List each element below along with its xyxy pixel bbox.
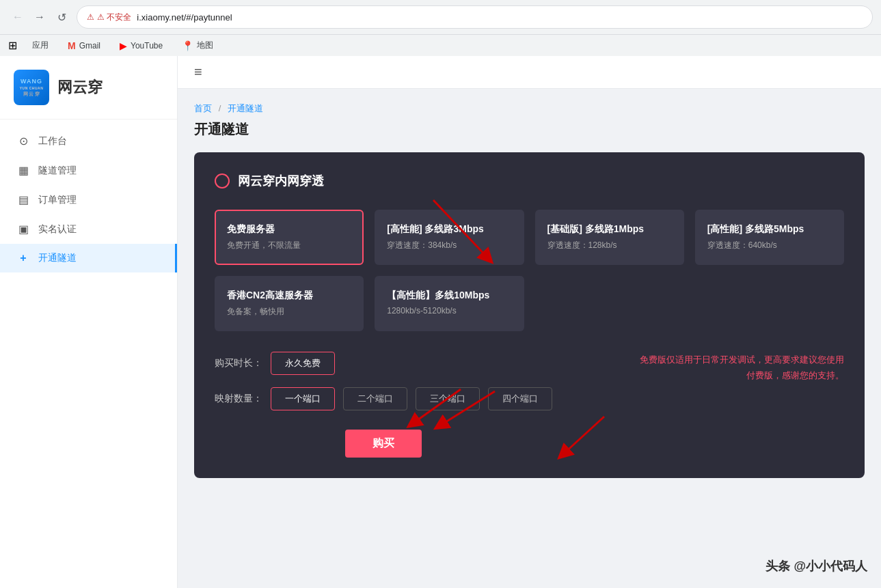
- back-button[interactable]: ←: [8, 8, 27, 27]
- order-manage-icon: ▤: [16, 193, 30, 206]
- card-10mbps-desc: 1280kb/s-5120kb/s: [387, 306, 511, 316]
- bookmark-apps[interactable]: 应用: [28, 38, 53, 53]
- port-one-btn[interactable]: 一个端口: [271, 387, 335, 410]
- refresh-button[interactable]: ↺: [52, 8, 71, 27]
- breadcrumb-current: 开通隧道: [228, 103, 263, 113]
- url-text: i.xiaomy.net/#/paytunnel: [137, 12, 232, 23]
- content-body: 首页 / 开通隧道 开通隧道 网云穿内网穿透 免费服务器 免费开通，不限流量: [178, 89, 881, 492]
- note-text: 免费版仅适用于日常开发调试，更高要求建议您使用付费版，感谢您的支持。: [639, 352, 844, 384]
- watermark: 头条 @小小代码人: [765, 558, 867, 574]
- sidebar-item-order-manage[interactable]: ▤ 订单管理: [0, 185, 177, 214]
- duration-forever-btn[interactable]: 永久免费: [271, 352, 335, 375]
- logo-icon: WANG YUN CHUAN 网 云 穿: [14, 70, 49, 105]
- card-free-desc: 免费开通，不限流量: [227, 240, 351, 251]
- realname-label: 实名认证: [38, 223, 77, 236]
- bookmark-maps[interactable]: 📍 地图: [178, 38, 217, 53]
- port-label: 映射数量：: [215, 393, 262, 405]
- buy-row: 购买: [215, 423, 552, 458]
- sidebar-nav: ⊙ 工作台 ▦ 隧道管理 ▤ 订单管理 ▣ 实名认证 + 开通隧道: [0, 120, 177, 279]
- security-warning: ⚠ ⚠ 不安全: [87, 12, 131, 23]
- warning-icon: ⚠: [87, 12, 94, 22]
- maps-label: 地图: [197, 40, 213, 51]
- server-cards-row2: 香港CN2高速服务器 免备案，畅快用 【高性能】多线10Mbps 1280kb/…: [215, 276, 844, 331]
- duration-label: 购买时长：: [215, 357, 262, 369]
- purchase-left: 购买时长： 永久免费 映射数量： 一个端口 二个端口 三个端口 四个端口 购买: [215, 352, 552, 458]
- menu-toggle-icon[interactable]: ≡: [194, 64, 202, 80]
- purchase-area: 购买时长： 永久免费 映射数量： 一个端口 二个端口 三个端口 四个端口 购买: [215, 352, 844, 458]
- server-card-1mbps[interactable]: [基础版] 多线路1Mbps 穿透速度：128kb/s: [535, 210, 684, 265]
- nav-buttons: ← → ↺: [8, 8, 71, 27]
- bookmark-youtube[interactable]: ▶ YouTube: [116, 39, 167, 53]
- card-free-title: 免费服务器: [227, 223, 351, 236]
- card-3mbps-desc: 穿透速度：384kb/s: [387, 240, 511, 251]
- sidebar-item-open-tunnel[interactable]: + 开通隧道: [0, 244, 177, 272]
- youtube-label: YouTube: [131, 41, 163, 51]
- tunnel-manage-label: 隧道管理: [38, 165, 77, 177]
- browser-toolbar: ← → ↺ ⚠ ⚠ 不安全 i.xiaomy.net/#/paytunnel: [0, 0, 881, 34]
- card-1mbps-title: [基础版] 多线路1Mbps: [547, 223, 672, 236]
- server-card-3mbps[interactable]: [高性能] 多线路3Mbps 穿透速度：384kb/s: [375, 210, 524, 265]
- apps-icon[interactable]: ⊞: [8, 39, 17, 52]
- site-name: 网云穿: [57, 77, 103, 98]
- server-cards-row1: 免费服务器 免费开通，不限流量 [高性能] 多线路3Mbps 穿透速度：384k…: [215, 210, 844, 265]
- logo-line3: 网 云 穿: [23, 91, 40, 97]
- page-title: 开通隧道: [194, 120, 865, 139]
- sidebar-item-realname[interactable]: ▣ 实名认证: [0, 214, 177, 244]
- gmail-icon: M: [68, 40, 76, 51]
- buy-button[interactable]: 购买: [345, 430, 422, 458]
- dark-panel: 网云穿内网穿透 免费服务器 免费开通，不限流量 [高性能] 多线路3Mbps 穿…: [194, 152, 865, 478]
- port-three-btn[interactable]: 三个端口: [416, 387, 480, 410]
- address-bar[interactable]: ⚠ ⚠ 不安全 i.xiaomy.net/#/paytunnel: [77, 5, 873, 29]
- duration-row: 购买时长： 永久免费: [215, 352, 552, 375]
- card-3mbps-title: [高性能] 多线路3Mbps: [387, 223, 511, 236]
- youtube-icon: ▶: [120, 40, 127, 51]
- content-header: ≡: [178, 56, 881, 89]
- port-row: 映射数量： 一个端口 二个端口 三个端口 四个端口: [215, 387, 552, 410]
- card-10mbps-title: 【高性能】多线10Mbps: [387, 290, 511, 302]
- forward-button[interactable]: →: [30, 8, 49, 27]
- gmail-label: Gmail: [79, 41, 100, 51]
- open-tunnel-icon: +: [16, 252, 30, 264]
- browser-chrome: ← → ↺ ⚠ ⚠ 不安全 i.xiaomy.net/#/paytunnel ⊞…: [0, 0, 881, 56]
- server-card-hk[interactable]: 香港CN2高速服务器 免备案，畅快用: [215, 276, 364, 331]
- sidebar-item-dashboard[interactable]: ⊙ 工作台: [0, 126, 177, 156]
- sidebar: WANG YUN CHUAN 网 云 穿 网云穿 ⊙ 工作台 ▦ 隧道管理 ▤ …: [0, 56, 178, 588]
- card-5mbps-desc: 穿透速度：640kb/s: [707, 240, 832, 251]
- order-manage-label: 订单管理: [38, 194, 77, 206]
- bookmarks-bar: ⊞ 应用 M Gmail ▶ YouTube 📍 地图: [0, 34, 881, 56]
- app-layout: WANG YUN CHUAN 网 云 穿 网云穿 ⊙ 工作台 ▦ 隧道管理 ▤ …: [0, 56, 881, 588]
- card-5mbps-title: [高性能] 多线路5Mbps: [707, 223, 832, 236]
- port-two-btn[interactable]: 二个端口: [343, 387, 407, 410]
- sidebar-item-tunnel-manage[interactable]: ▦ 隧道管理: [0, 156, 177, 185]
- open-tunnel-label: 开通隧道: [38, 252, 77, 264]
- server-card-5mbps[interactable]: [高性能] 多线路5Mbps 穿透速度：640kb/s: [695, 210, 844, 265]
- security-text: ⚠ 不安全: [97, 12, 131, 23]
- note-area: 免费版仅适用于日常开发调试，更高要求建议您使用付费版，感谢您的支持。: [639, 352, 844, 384]
- breadcrumb-home[interactable]: 首页: [194, 103, 212, 113]
- panel-radio[interactable]: [215, 173, 230, 188]
- panel-header: 网云穿内网穿透: [215, 173, 844, 189]
- main-content: ≡ 首页 / 开通隧道 开通隧道 网云穿内网穿透 免费服务器 免费开通，不限: [178, 56, 881, 588]
- breadcrumb: 首页 / 开通隧道: [194, 102, 865, 115]
- dashboard-icon: ⊙: [16, 135, 30, 148]
- dashboard-label: 工作台: [38, 135, 67, 148]
- maps-icon: 📍: [182, 40, 193, 51]
- card-1mbps-desc: 穿透速度：128kb/s: [547, 240, 672, 251]
- logo-line1: WANG: [21, 78, 42, 86]
- port-four-btn[interactable]: 四个端口: [488, 387, 552, 410]
- sidebar-logo: WANG YUN CHUAN 网 云 穿 网云穿: [0, 56, 177, 120]
- tunnel-manage-icon: ▦: [16, 164, 30, 177]
- panel-title: 网云穿内网穿透: [238, 173, 324, 189]
- bookmark-gmail[interactable]: M Gmail: [64, 39, 105, 53]
- realname-icon: ▣: [16, 223, 30, 236]
- server-card-10mbps[interactable]: 【高性能】多线10Mbps 1280kb/s-5120kb/s: [375, 276, 524, 331]
- breadcrumb-separator: /: [219, 103, 221, 113]
- server-card-free[interactable]: 免费服务器 免费开通，不限流量: [215, 210, 364, 265]
- card-hk-title: 香港CN2高速服务器: [227, 290, 351, 302]
- card-hk-desc: 免备案，畅快用: [227, 306, 351, 318]
